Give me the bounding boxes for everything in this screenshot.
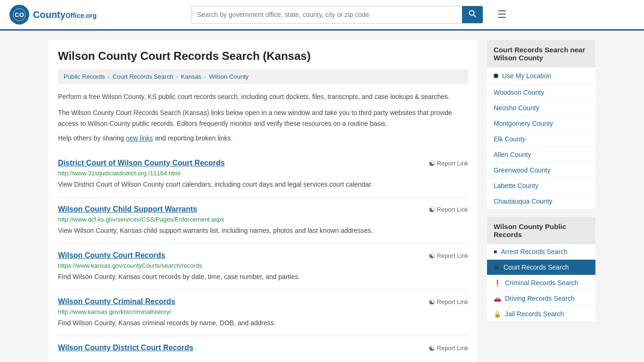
record-url-1[interactable]: http://www.dcf.ks.gov/services/CSS/Pages… xyxy=(58,216,468,223)
public-records-list: ■Arrest Records Search🏛Court Records Sea… xyxy=(487,244,595,322)
nearby-county-7[interactable]: Chautauqua County xyxy=(487,194,595,209)
record-entry: District Court of Wilson County Court Re… xyxy=(58,151,468,197)
public-record-item-2[interactable]: ❗Criminal Records Search xyxy=(487,275,595,291)
use-location[interactable]: Use My Location xyxy=(487,67,595,85)
record-header-0: District Court of Wilson County Court Re… xyxy=(58,159,468,168)
report-link-3[interactable]: ☯ Report Link xyxy=(429,297,468,306)
record-title-4[interactable]: Wilson County District Court Records xyxy=(58,344,193,352)
public-records-section: Wilson County Public Records ■Arrest Rec… xyxy=(487,217,595,322)
new-links[interactable]: new links xyxy=(126,134,153,142)
page-title: Wilson County Court Records Search (Kans… xyxy=(58,49,468,63)
report-icon-2: ☯ xyxy=(429,251,435,260)
record-desc-3: Find Wilson County, Kansas criminal reco… xyxy=(58,318,468,328)
logo-text: CountyOffice.org xyxy=(33,9,97,20)
criminal-icon: ❗ xyxy=(494,280,501,287)
pr-label-1: Court Records Search xyxy=(504,263,569,271)
pr-link-0[interactable]: Arrest Records Search xyxy=(501,248,568,255)
description-1: Perform a free Wilson County, KS public … xyxy=(58,91,468,102)
court-icon: 🏛 xyxy=(494,264,500,271)
public-record-item-0[interactable]: ■Arrest Records Search xyxy=(487,244,595,260)
record-entry: Wilson County Court Records ☯ Report Lin… xyxy=(58,244,468,290)
menu-icon[interactable]: ☰ xyxy=(497,8,507,21)
logo-icon: CO xyxy=(9,5,29,25)
nearby-county-6[interactable]: Labette County xyxy=(487,178,595,194)
report-link-0[interactable]: ☯ Report Link xyxy=(429,159,468,168)
report-icon-4: ☯ xyxy=(429,344,435,353)
public-record-item-4[interactable]: 🔒Jail Records Search xyxy=(487,306,595,322)
description-2: The Wilson County Court Records Search (… xyxy=(58,107,468,129)
public-records-header: Wilson County Public Records xyxy=(487,217,595,244)
location-dot-icon xyxy=(494,74,498,78)
record-title-1[interactable]: Wilson County Child Support Warrants xyxy=(58,205,197,214)
pr-link-2[interactable]: Criminal Records Search xyxy=(505,279,578,287)
record-desc-1: View Wilson County, Kansas child support… xyxy=(58,226,468,236)
pr-link-4[interactable]: Jail Records Search xyxy=(505,310,564,318)
record-entry: Wilson County District Court Records ☯ R… xyxy=(58,336,468,362)
report-icon-1: ☯ xyxy=(429,205,435,214)
record-title-2[interactable]: Wilson County Court Records xyxy=(58,251,165,260)
main-content: Wilson County Court Records Search (Kans… xyxy=(49,40,478,362)
main-container: Wilson County Court Records Search (Kans… xyxy=(39,31,605,362)
record-desc-2: Find Wilson County, Kansas court records… xyxy=(58,272,468,282)
search-bar xyxy=(191,6,483,24)
share-line: Help others by sharing new links and rep… xyxy=(58,134,468,142)
breadcrumb: Public Records › Court Records Search › … xyxy=(58,69,468,84)
record-title-0[interactable]: District Court of Wilson County Court Re… xyxy=(58,159,225,167)
svg-text:CO: CO xyxy=(15,11,24,18)
public-record-item-1[interactable]: 🏛Court Records Search xyxy=(487,260,595,275)
record-desc-0: View District Court of Wilson County cou… xyxy=(58,180,468,189)
svg-point-2 xyxy=(470,11,474,16)
nearby-county-5[interactable]: Greenwood County xyxy=(487,163,595,178)
record-url-3[interactable]: http://www.kansas.gov/kbi/criminalhistor… xyxy=(58,308,468,315)
nearby-county-3[interactable]: Elk County xyxy=(487,132,595,147)
sidebar: Court Records Search near Wilson County … xyxy=(487,40,595,362)
report-icon-3: ☯ xyxy=(429,297,435,306)
nearby-county-0[interactable]: Woodson County xyxy=(487,85,595,100)
breadcrumb-wilson-county[interactable]: Wilson County xyxy=(209,73,248,80)
record-entry: Wilson County Child Support Warrants ☯ R… xyxy=(58,197,468,244)
report-link-4[interactable]: ☯ Report Link xyxy=(429,344,468,353)
report-link-1[interactable]: ☯ Report Link xyxy=(429,205,468,214)
nearby-county-4[interactable]: Allen County xyxy=(487,147,595,163)
svg-line-3 xyxy=(474,15,476,17)
search-button[interactable] xyxy=(462,6,483,23)
arrest-icon: ■ xyxy=(494,248,497,255)
breadcrumb-kansas[interactable]: Kansas xyxy=(181,73,201,80)
nearby-header: Court Records Search near Wilson County xyxy=(487,40,595,67)
nearby-county-1[interactable]: Neosho County xyxy=(487,100,595,116)
breadcrumb-court-records[interactable]: Court Records Search xyxy=(113,73,173,80)
record-header-1: Wilson County Child Support Warrants ☯ R… xyxy=(58,205,468,214)
records-list: District Court of Wilson County Court Re… xyxy=(58,151,468,362)
record-title-3[interactable]: Wilson County Criminal Records xyxy=(58,297,175,306)
pr-link-3[interactable]: Driving Records Search xyxy=(505,295,575,302)
driving-icon: 🚗 xyxy=(494,295,501,302)
nearby-section: Court Records Search near Wilson County … xyxy=(487,40,595,209)
record-url-2[interactable]: https://www.kansas.gov/countyCourts/sear… xyxy=(58,262,468,269)
nearby-counties-list: Woodson CountyNeosho CountyMontgomery Co… xyxy=(487,85,595,209)
public-record-item-3[interactable]: 🚗Driving Records Search xyxy=(487,291,595,306)
use-location-link[interactable]: Use My Location xyxy=(502,72,551,80)
search-input[interactable] xyxy=(191,7,462,22)
report-icon-0: ☯ xyxy=(429,159,435,168)
record-entry: Wilson County Criminal Records ☯ Report … xyxy=(58,290,468,336)
report-link-2[interactable]: ☯ Report Link xyxy=(429,251,468,260)
header: CO CountyOffice.org ☰ xyxy=(0,0,644,31)
jail-icon: 🔒 xyxy=(494,311,501,318)
record-header-3: Wilson County Criminal Records ☯ Report … xyxy=(58,297,468,306)
record-header-2: Wilson County Court Records ☯ Report Lin… xyxy=(58,251,468,260)
record-header-4: Wilson County District Court Records ☯ R… xyxy=(58,344,468,353)
nearby-county-2[interactable]: Montgomery County xyxy=(487,116,595,132)
logo[interactable]: CO CountyOffice.org xyxy=(9,5,97,25)
breadcrumb-public-records[interactable]: Public Records xyxy=(64,73,105,80)
record-url-0[interactable]: http://www.31stjudicialdistrict.org./111… xyxy=(58,170,468,177)
